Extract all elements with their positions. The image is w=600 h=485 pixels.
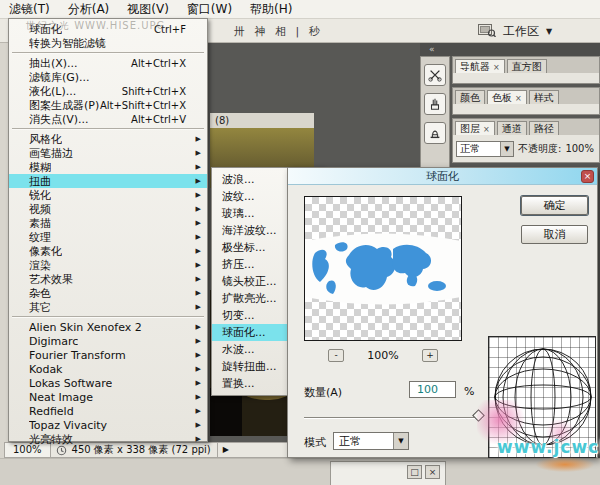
menu-item-label: 液化(L)...: [29, 84, 76, 98]
menu-item-label: 纹理: [29, 230, 51, 244]
filter-menu-item[interactable]: Neat Image▶: [9, 390, 207, 404]
window-bottom-edge: [0, 458, 600, 485]
menubar-item-3[interactable]: 视图(V): [118, 1, 178, 18]
panel-tab[interactable]: 色板×: [487, 90, 527, 104]
status-expand-button[interactable]: ▶: [217, 443, 234, 457]
filter-menu-item[interactable]: 光亮特效▶: [9, 432, 207, 446]
close-icon[interactable]: ×: [581, 170, 594, 183]
tab-label: 图层: [460, 122, 480, 135]
filter-menu-item[interactable]: 艺术效果▶: [9, 272, 207, 286]
panel-tab[interactable]: 图层×: [455, 121, 495, 135]
menu-item-meta: ▶: [186, 163, 201, 171]
menubar-item-2[interactable]: 分析(A): [59, 1, 119, 18]
menu-item-meta: ▶: [186, 205, 201, 213]
spherize-dialog: 球面化 × - 100%: [287, 167, 598, 458]
filter-menu-item[interactable]: 纹理▶: [9, 230, 207, 244]
menu-item-meta: ▶: [186, 149, 201, 157]
menu-item-meta: ▶: [186, 191, 201, 199]
layers-controls: 正常 ▼ 不透明度: 100%: [452, 135, 600, 163]
tab-label: 通道: [502, 122, 522, 135]
filter-menu-item[interactable]: 消失点(V)...Alt+Ctrl+V: [9, 112, 207, 126]
filter-menu-item[interactable]: Fourier Transform▶: [9, 348, 207, 362]
submenu-arrow-icon: ▶: [191, 365, 201, 373]
panel-tab[interactable]: 颜色: [455, 90, 485, 104]
menubar-item-5[interactable]: 帮助(H): [241, 1, 301, 18]
filter-menu-item[interactable]: 像素化▶: [9, 244, 207, 258]
workspace-switcher-button[interactable]: 工作区 ▼: [478, 23, 552, 40]
scissors-icon[interactable]: [424, 64, 446, 86]
close-icon[interactable]: ×: [515, 94, 522, 103]
panel-tab[interactable]: 样式: [529, 90, 559, 104]
filter-menu-item[interactable]: 视频▶: [9, 202, 207, 216]
menu-separator: [12, 316, 204, 318]
opacity-value[interactable]: 100%: [565, 143, 594, 154]
menu-item-label: 风格化: [29, 132, 62, 146]
panel-dock-collapse-bar[interactable]: «: [420, 43, 600, 56]
menu-item-meta: Shift+Ctrl+X: [122, 86, 201, 97]
filter-menu-item[interactable]: Redfield▶: [9, 404, 207, 418]
filter-menu-item[interactable]: 滤镜库(G)...: [9, 70, 207, 84]
background-window-fragment: □ ×: [330, 461, 446, 485]
menu-item-label: 消失点(V)...: [29, 112, 89, 126]
amount-slider-track[interactable]: [304, 417, 483, 419]
filter-menu-item[interactable]: 杂色▶: [9, 286, 207, 300]
menu-item-meta: ▶: [186, 379, 201, 387]
watermark-orange-blob: [536, 457, 594, 472]
blend-mode-select[interactable]: 正常 ▼: [456, 141, 514, 157]
panel-tab[interactable]: 路径: [529, 121, 559, 135]
filter-menu-item[interactable]: 风格化▶: [9, 132, 207, 146]
filter-menu-item[interactable]: 素描▶: [9, 216, 207, 230]
tab-row: 导航器×直方图: [452, 56, 600, 73]
filter-menu-item[interactable]: Alien Skin Xenofex 2▶: [9, 320, 207, 334]
mode-select[interactable]: 正常 ▼: [333, 432, 409, 450]
filter-menu-item[interactable]: 其它▶: [9, 300, 207, 314]
filter-menu-item[interactable]: 模糊▶: [9, 160, 207, 174]
submenu-arrow-icon: ▶: [191, 393, 201, 401]
filter-menu-item[interactable]: 抽出(X)...Alt+Ctrl+X: [9, 56, 207, 70]
ok-button[interactable]: 确定: [521, 196, 588, 215]
close-icon[interactable]: ×: [483, 125, 490, 134]
filter-menu-item[interactable]: Digimarc▶: [9, 334, 207, 348]
amount-input[interactable]: 100: [409, 381, 456, 398]
tab-label: 颜色: [460, 91, 480, 104]
menu-item-label: Fourier Transform: [29, 349, 126, 362]
panel-body: [452, 73, 600, 84]
panel-tab[interactable]: 导航器×: [455, 59, 505, 73]
menu-item-meta: ▶: [186, 393, 201, 401]
filter-menu-item[interactable]: Lokas Software▶: [9, 376, 207, 390]
menu-item-label: 图案生成器(P)...: [29, 98, 100, 112]
menu-item-meta: ▶: [186, 247, 201, 255]
submenu-arrow-icon: ▶: [191, 163, 201, 171]
submenu-arrow-icon: ▶: [191, 303, 201, 311]
brush-cup-icon[interactable]: [424, 93, 446, 115]
restore-window-icon[interactable]: □: [407, 465, 422, 479]
filter-menu-item[interactable]: 画笔描边▶: [9, 146, 207, 160]
menu-item-meta: ▶: [186, 233, 201, 241]
close-icon[interactable]: ×: [493, 63, 500, 72]
dialog-title-bar[interactable]: 球面化 ×: [288, 168, 597, 185]
filter-menu-item[interactable]: 转换为智能滤镜: [9, 36, 207, 50]
submenu-arrow-icon: ▶: [191, 247, 201, 255]
stamp-icon[interactable]: [424, 122, 446, 144]
filter-menu-item[interactable]: 扭曲▶: [9, 174, 207, 188]
preview-zoom-in-button[interactable]: +: [422, 349, 438, 362]
preview-zoom-out-button[interactable]: -: [328, 349, 344, 362]
menu-item-meta: Alt+Ctrl+V: [131, 114, 201, 125]
panel-tab[interactable]: 直方图: [507, 59, 547, 73]
filter-menu-item[interactable]: 图案生成器(P)...Alt+Shift+Ctrl+X: [9, 98, 207, 112]
filter-menu-item[interactable]: Topaz Vivacity▶: [9, 418, 207, 432]
menu-item-meta: ▶: [186, 261, 201, 269]
filter-menu-item[interactable]: Kodak▶: [9, 362, 207, 376]
filter-menu-item[interactable]: 液化(L)...Shift+Ctrl+X: [9, 84, 207, 98]
menubar-item-4[interactable]: 窗口(W): [178, 1, 241, 18]
filter-menu-item[interactable]: 渲染▶: [9, 258, 207, 272]
close-window-icon[interactable]: ×: [425, 465, 440, 479]
cancel-button[interactable]: 取消: [521, 225, 588, 244]
panel-tab[interactable]: 通道: [497, 121, 527, 135]
tab-label: 导航器: [460, 60, 490, 73]
filter-menu-item[interactable]: 锐化▶: [9, 188, 207, 202]
chevron-down-icon: ▼: [546, 27, 552, 36]
menubar-item-1[interactable]: 滤镜(T): [0, 1, 59, 18]
chevron-down-icon: ▼: [500, 142, 513, 156]
filter-preview[interactable]: [304, 196, 462, 341]
